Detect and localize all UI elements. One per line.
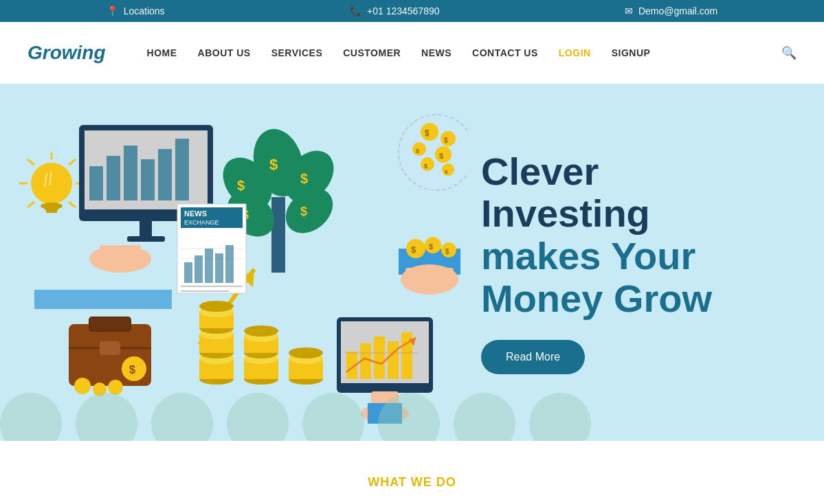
svg-line-6 [27, 202, 34, 207]
svg-text:$: $ [424, 163, 427, 170]
nav-item-about[interactable]: ABOUT US [198, 47, 251, 59]
svg-rect-9 [43, 204, 60, 207]
hero-line2: Investing [481, 192, 650, 235]
svg-text:$: $ [445, 169, 448, 175]
svg-point-68 [244, 325, 278, 336]
email-address: Demo@gmail.com [638, 5, 717, 16]
nav-link-about[interactable]: ABOUT US [198, 47, 251, 58]
svg-text:$: $ [300, 171, 308, 186]
svg-text:$: $ [429, 242, 433, 251]
deco-circle-8 [529, 393, 591, 441]
nav-item-customer[interactable]: CUSTOMER [343, 47, 401, 59]
deco-circle-2 [76, 393, 137, 441]
section-subtitle: WHAT WE DO [27, 475, 797, 490]
nav-item-signup[interactable]: SIGNUP [612, 47, 651, 59]
topbar: 📍 Locations 📞 +01 1234567890 ✉ Demo@gmai… [0, 0, 824, 22]
svg-point-79 [74, 378, 91, 394]
svg-rect-23 [127, 236, 165, 242]
search-icon[interactable]: 🔍 [781, 45, 797, 60]
logo[interactable]: Growing [27, 42, 106, 64]
svg-rect-25 [100, 245, 141, 259]
what-we-do-section: WHAT WE DO [0, 441, 824, 503]
svg-text:$: $ [439, 152, 443, 160]
hero-line1: Clever [481, 150, 599, 193]
nav-item-contact[interactable]: CONTACT US [472, 47, 538, 59]
svg-rect-48 [215, 253, 223, 283]
svg-point-96 [421, 123, 438, 141]
svg-text:$: $ [237, 178, 245, 193]
svg-text:$: $ [416, 148, 419, 154]
svg-rect-45 [184, 262, 192, 283]
svg-rect-22 [140, 221, 152, 236]
navbar: Growing HOME ABOUT US SERVICES CUSTOMER … [0, 22, 824, 84]
location-info: 📍 Locations [107, 5, 165, 16]
email-icon: ✉ [625, 5, 633, 16]
svg-rect-10 [45, 207, 58, 210]
svg-rect-87 [388, 341, 399, 379]
svg-text:NEWS: NEWS [184, 209, 207, 218]
svg-point-98 [441, 131, 456, 146]
nav-item-services[interactable]: SERVICES [271, 47, 323, 59]
hero-svg: $ $ $ $ $ [0, 98, 467, 427]
email-info: ✉ Demo@gmail.com [625, 5, 717, 16]
nav-item-login[interactable]: LOGIN [559, 47, 591, 59]
deco-circle-1 [0, 393, 62, 441]
phone-icon: 📞 [350, 5, 361, 16]
svg-rect-11 [46, 210, 57, 213]
phone-info: 📞 +01 1234567890 [350, 5, 440, 16]
svg-line-3 [69, 202, 76, 207]
svg-rect-86 [374, 336, 385, 379]
svg-rect-110 [405, 268, 454, 283]
hero-illustration: $ $ $ $ $ [0, 98, 467, 427]
svg-rect-76 [100, 341, 120, 355]
location-label: Locations [124, 5, 165, 16]
svg-rect-117 [34, 290, 172, 309]
svg-rect-20 [158, 149, 172, 201]
svg-rect-46 [194, 255, 203, 283]
location-icon: 📍 [107, 5, 118, 16]
nav-link-signup[interactable]: SIGNUP [612, 47, 651, 58]
nav-link-customer[interactable]: CUSTOMER [343, 47, 401, 58]
nav-link-home[interactable]: HOME [147, 47, 177, 58]
svg-text:$: $ [411, 244, 416, 255]
nav-link-news[interactable]: NEWS [421, 47, 452, 58]
hero-text: Clever Investing makes Your Money Grow R… [467, 123, 824, 402]
svg-rect-18 [124, 146, 137, 201]
nav-item-home[interactable]: HOME [147, 47, 177, 59]
svg-text:$: $ [269, 156, 278, 173]
nav-item-news[interactable]: NEWS [421, 47, 452, 59]
read-more-button[interactable]: Read More [481, 340, 585, 374]
svg-rect-74 [89, 317, 131, 331]
svg-rect-21 [175, 139, 189, 201]
hero-line3: makes Your [481, 234, 695, 277]
deco-circle-4 [227, 393, 289, 441]
svg-rect-49 [225, 245, 234, 283]
nav-link-services[interactable]: SERVICES [271, 47, 323, 58]
svg-line-4 [27, 159, 34, 165]
svg-rect-47 [205, 249, 213, 283]
svg-point-7 [31, 163, 72, 204]
svg-text:$: $ [129, 364, 135, 376]
svg-point-72 [289, 347, 323, 358]
nav-link-contact[interactable]: CONTACT US [472, 47, 538, 58]
svg-rect-17 [107, 156, 120, 201]
svg-rect-26 [271, 197, 285, 273]
hero-section: $ $ $ $ $ [0, 84, 824, 441]
deco-circle-3 [151, 393, 213, 441]
svg-text:$: $ [445, 248, 449, 255]
phone-number: +01 1234567890 [367, 5, 440, 16]
svg-point-106 [442, 163, 454, 176]
svg-text:$: $ [425, 128, 430, 138]
hero-line4: Money Grow [481, 277, 712, 320]
svg-line-1 [69, 159, 76, 165]
nav-links: HOME ABOUT US SERVICES CUSTOMER NEWS CON… [147, 47, 781, 59]
deco-circle-5 [302, 393, 364, 441]
svg-text:EXCHANGE: EXCHANGE [184, 219, 219, 226]
nav-link-login[interactable]: LOGIN [559, 47, 591, 58]
deco-circle-6 [378, 393, 440, 441]
svg-rect-16 [89, 166, 103, 201]
deco-circle-7 [454, 393, 515, 441]
svg-text:$: $ [300, 205, 307, 218]
hero-headline: Clever Investing makes Your Money Grow [481, 150, 783, 319]
svg-text:$: $ [444, 137, 448, 144]
